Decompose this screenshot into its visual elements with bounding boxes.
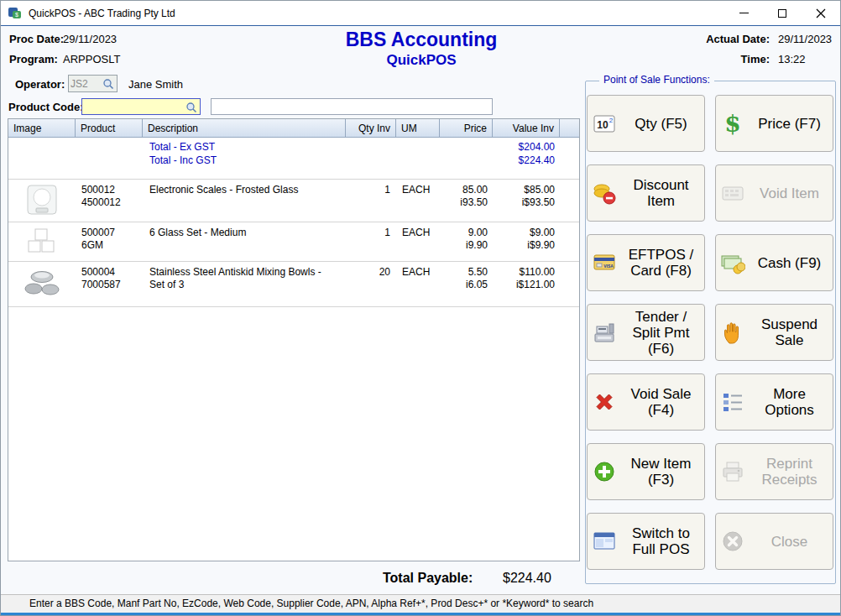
col-um[interactable]: UM (396, 119, 440, 137)
new-item-button[interactable]: New Item (F3) (587, 443, 705, 500)
operator-code-field[interactable] (68, 75, 118, 92)
operator-search-icon[interactable] (102, 78, 114, 90)
void-sale-button[interactable]: Void Sale (F4) (587, 373, 705, 431)
red-cross-icon (592, 389, 617, 415)
cash-button[interactable]: Cash (F9) (715, 234, 833, 291)
new-item-button-label: New Item (F3) (622, 456, 700, 488)
tender-split-button-label: Tender / Split Pmt (F6) (622, 309, 700, 357)
price-button-label: Price (F7) (750, 116, 828, 132)
product-description-input[interactable] (214, 100, 488, 113)
minimize-icon (739, 13, 749, 13)
value-inc: i$9.90 (493, 239, 555, 252)
table-row[interactable]: 500004 7000587 Stainless Steel Antiskid … (8, 262, 579, 307)
minimize-button[interactable] (724, 1, 763, 25)
price-inc: i93.50 (440, 196, 488, 209)
unit-measure: EACH (396, 227, 440, 239)
svg-text:$: $ (15, 12, 18, 18)
cash-register-icon (592, 320, 617, 345)
unit-measure: EACH (396, 184, 440, 196)
total-inc-gst-row: Total - Inc GST $224.40 (8, 154, 579, 168)
total-ex-gst-label: Total - Ex GST (149, 141, 215, 153)
qty-button-label: Qty (F5) (622, 116, 700, 132)
qty-button[interactable]: 102 Qty (F5) (587, 95, 705, 152)
more-options-button[interactable]: More Options (715, 373, 833, 431)
void-item-button-label: Void Item (750, 185, 828, 201)
qty-inv: 20 (346, 266, 396, 279)
void-item-button[interactable]: Void Item (715, 164, 833, 222)
operator-label: Operator: (15, 78, 65, 91)
keypad-icon (720, 180, 745, 206)
product-image-glasses (8, 227, 76, 256)
eftpos-card-button-label: EFTPOS / Card (F8) (622, 247, 700, 279)
product-description-field[interactable] (211, 98, 493, 115)
hand-icon (720, 320, 745, 345)
col-product[interactable]: Product (76, 119, 143, 137)
value-inc: i$93.50 (493, 196, 555, 209)
reprint-receipts-button[interactable]: Reprint Receipts (715, 443, 833, 500)
col-value-inv[interactable]: Value Inv (493, 119, 560, 137)
close-pos-button-label: Close (750, 534, 828, 550)
bottom-accent-strip (1, 613, 841, 616)
suspend-sale-button[interactable]: Suspend Sale (715, 304, 833, 361)
maximize-button[interactable] (763, 1, 802, 25)
options-list-icon (720, 389, 745, 415)
window-title: QuickPOS - ABC Trading Pty Ltd (29, 8, 175, 19)
close-pos-button[interactable]: Close (715, 513, 833, 570)
pos-functions-title: Point of Sale Functions: (599, 74, 714, 86)
table-rows: 500012 4500012 Electronic Scales - Frost… (8, 179, 579, 307)
app-icon: $ (8, 6, 23, 21)
product-description: Electronic Scales - Frosted Glass (143, 184, 346, 196)
col-image[interactable]: Image (8, 119, 76, 137)
table-row[interactable]: 500012 4500012 Electronic Scales - Frost… (8, 180, 579, 222)
qty-inv: 1 (346, 227, 396, 239)
product-code-2: 4500012 (81, 196, 143, 209)
product-search-icon[interactable] (185, 102, 197, 113)
cash-button-label: Cash (F9) (750, 255, 828, 271)
suspend-sale-button-label: Suspend Sale (750, 316, 828, 348)
table-row[interactable]: 500007 6GM 6 Glass Set - Medium 1 EACH 9… (8, 222, 579, 262)
window-controls (724, 1, 840, 25)
product-code-1: 500004 (81, 266, 143, 279)
svg-text:VISA: VISA (603, 264, 614, 269)
status-bar: Enter a BBS Code, Manf Part No, EzCode, … (1, 594, 841, 613)
col-qty-inv[interactable]: Qty Inv (346, 119, 396, 137)
price-inc: i6.05 (440, 279, 488, 291)
col-filler (560, 119, 579, 137)
table-body: Total - Ex GST $204.00 Total - Inc GST $… (8, 138, 579, 307)
title-bar: $ QuickPOS - ABC Trading Pty Ltd (1, 1, 840, 26)
close-button[interactable] (802, 1, 840, 25)
discount-item-button-label: Discount Item (622, 177, 700, 209)
eftpos-card-button[interactable]: VISA EFTPOS / Card (F8) (587, 234, 705, 291)
total-inc-gst-label: Total - Inc GST (149, 154, 217, 166)
operator-code-input[interactable] (71, 76, 102, 91)
close-icon (816, 8, 826, 18)
header-right-fields: Actual Date: 29/11/2023 Time: 13:22 (706, 33, 832, 65)
dollar-icon: $ (720, 111, 745, 136)
pos-functions-grid: 102 Qty (F5) $ Price (F7) Discount Item … (587, 95, 835, 570)
void-sale-button-label: Void Sale (F4) (622, 386, 700, 418)
product-description: Stainless Steel Antiskid Mixing Bowls - … (143, 266, 346, 291)
product-code-input[interactable] (85, 100, 184, 113)
maximize-icon (778, 9, 786, 18)
value-ex: $9.00 (493, 227, 555, 239)
value-ex: $85.00 (493, 184, 555, 196)
col-price[interactable]: Price (440, 119, 493, 137)
price-ex: 9.00 (440, 227, 488, 239)
discount-item-button[interactable]: Discount Item (587, 164, 705, 222)
operator-name: Jane Smith (128, 78, 183, 91)
product-description: 6 Glass Set - Medium (143, 227, 346, 239)
qty-icon: 102 (592, 111, 617, 136)
reprint-receipts-button-label: Reprint Receipts (750, 456, 828, 488)
time-value: 13:22 (778, 53, 832, 65)
tender-split-button[interactable]: Tender / Split Pmt (F6) (587, 304, 705, 361)
product-code-label: Product Code: (8, 101, 84, 113)
product-code-2: 6GM (81, 239, 143, 252)
product-code-field[interactable] (81, 98, 201, 115)
price-ex: 5.50 (440, 266, 488, 279)
col-description[interactable]: Description (143, 119, 346, 137)
product-code-1: 500012 (81, 184, 143, 196)
price-button[interactable]: $ Price (F7) (715, 95, 833, 152)
switch-full-pos-button[interactable]: Switch to Full POS (587, 513, 705, 570)
value-ex: $110.00 (493, 266, 555, 279)
unit-measure: EACH (396, 266, 440, 279)
